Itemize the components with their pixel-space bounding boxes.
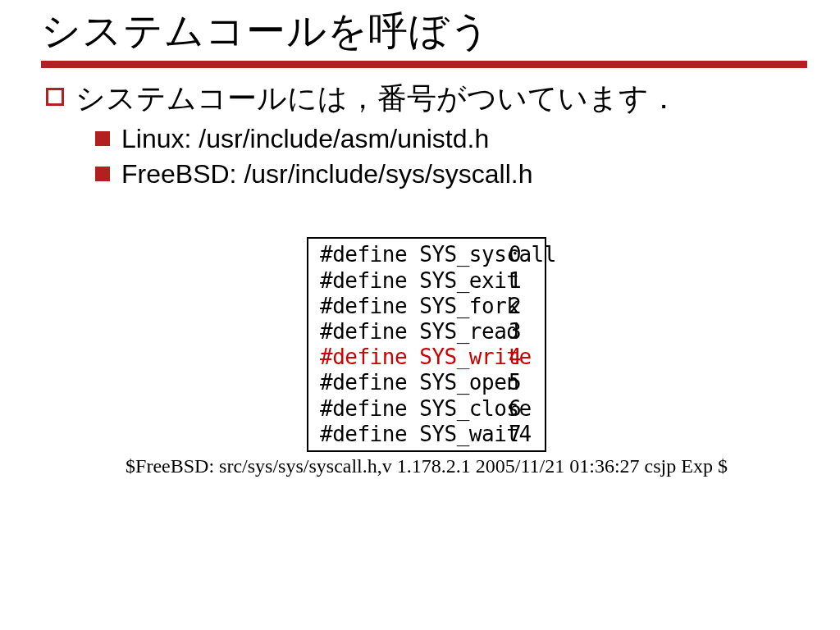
code-index: 1 — [509, 268, 533, 294]
bullet-level2-list: Linux: /usr/include/asm/unistd.h FreeBSD… — [95, 121, 807, 192]
bullet-solid-icon — [95, 167, 110, 181]
title-underline — [41, 61, 807, 68]
bullet-solid-icon — [95, 131, 110, 146]
code-row: #define SYS_write4 — [320, 345, 533, 370]
code-index: 3 — [509, 319, 533, 345]
code-row: #define SYS_wait47 — [320, 422, 533, 447]
bullet-level2: FreeBSD: /usr/include/sys/syscall.h — [95, 157, 807, 192]
code-index: 4 — [509, 345, 533, 370]
slide-body: システムコールには，番号がついています． Linux: /usr/include… — [41, 80, 807, 477]
bullet-level2-text: Linux: /usr/include/asm/unistd.h — [121, 121, 489, 157]
code-define: #define SYS_syscall — [320, 242, 509, 267]
bullet-level2: Linux: /usr/include/asm/unistd.h — [95, 121, 807, 157]
code-row: #define SYS_exit1 — [320, 268, 533, 294]
code-define: #define SYS_write — [320, 345, 509, 370]
code-box: #define SYS_syscall0#define SYS_exit1#de… — [307, 237, 546, 452]
bullet-outline-icon — [46, 88, 64, 106]
code-row: #define SYS_read3 — [320, 319, 533, 345]
code-define: #define SYS_open — [320, 370, 509, 395]
bullet-level1: システムコールには，番号がついています． — [46, 80, 807, 116]
slide-title: システムコールを呼ぼう — [41, 5, 807, 57]
code-index: 5 — [509, 370, 533, 395]
code-define: #define SYS_exit — [320, 268, 509, 294]
code-index: 2 — [509, 294, 533, 319]
code-define: #define SYS_fork — [320, 294, 509, 319]
code-row: #define SYS_syscall0 — [320, 242, 533, 267]
bullet-level1-text: システムコールには，番号がついています． — [75, 80, 678, 116]
code-row: #define SYS_fork2 — [320, 294, 533, 319]
code-index: 6 — [509, 396, 533, 422]
bullet-level2-text: FreeBSD: /usr/include/sys/syscall.h — [121, 157, 533, 192]
slide: システムコールを呼ぼう システムコールには，番号がついています． Linux: … — [0, 0, 840, 630]
code-row: #define SYS_close6 — [320, 396, 533, 422]
code-section: #define SYS_syscall0#define SYS_exit1#de… — [46, 237, 807, 477]
code-define: #define SYS_close — [320, 396, 509, 422]
code-index: 7 — [509, 422, 533, 447]
code-row: #define SYS_open5 — [320, 370, 533, 395]
code-define: #define SYS_wait4 — [320, 422, 509, 447]
code-index: 0 — [509, 242, 533, 267]
code-define: #define SYS_read — [320, 319, 509, 345]
code-caption: $FreeBSD: src/sys/sys/syscall.h,v 1.178.… — [126, 455, 728, 477]
